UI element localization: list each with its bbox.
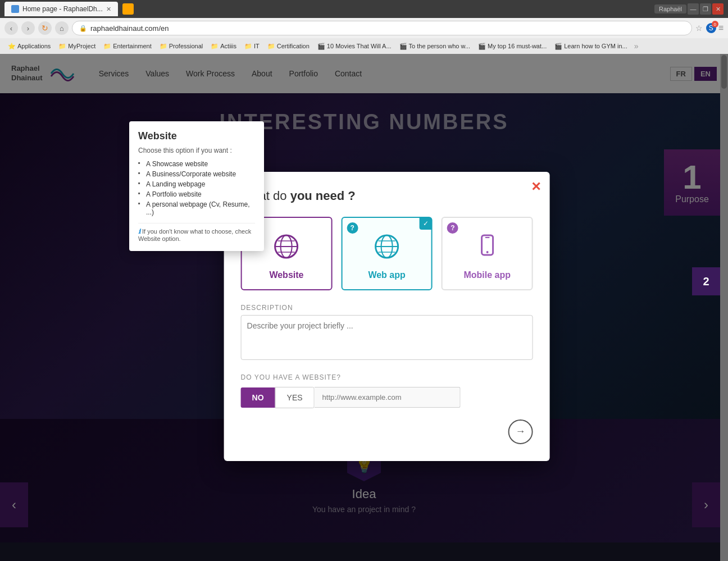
webapp-check-icon: ✓ [420,217,432,229]
url-input[interactable] [315,387,461,408]
modal-question: What do you need ? [241,188,533,203]
entertainment-label: Entertainment [113,43,151,49]
bookmark-movies1[interactable]: 🎬 10 Movies That Will A... [314,42,395,51]
home-btn[interactable]: ⌂ [55,21,69,35]
tooltip-item-2: A Landing webpage [138,179,255,189]
folder-icon-5: 📁 [244,43,252,50]
video-icon-1: 🎬 [317,43,325,50]
mobileapp-help-btn[interactable]: ? [447,222,458,233]
window-controls: Raphaël — ❐ ✕ [654,3,724,15]
bookmark-applications[interactable]: ⭐ Applications [4,42,54,51]
yes-no-row: NO YES [241,386,533,408]
tab-close-btn[interactable]: ✕ [106,6,111,13]
bookmark-movies2[interactable]: 🎬 To the person who w... [396,42,474,51]
tooltip-subtitle: Choose this option if you want : [138,147,255,154]
video-icon-3: 🎬 [478,43,486,50]
it-label: IT [254,43,260,49]
webapp-icon [351,232,422,265]
url-display: raphaeldhainaut.com/en [90,24,169,33]
actiris-label: Actiiis [220,43,236,49]
browser-tab[interactable]: Home page - RaphaelDh... ✕ [4,2,118,16]
bookmark-btn[interactable]: ☆ [695,24,703,33]
page-num-badge: 2 [692,267,720,295]
tooltip-note: ℹ If you don't know what to choose, chec… [138,223,255,242]
extension-count: 0 [712,21,718,28]
website-question-label: Do you have a Website? [241,373,533,381]
card-mobileapp[interactable]: ? Mobile app [442,216,533,290]
movies3-label: My top 16 must-wat... [488,43,547,49]
tab-title: Home page - RaphaelDh... [22,5,103,13]
nav-right: S 0 ≡ [706,23,724,33]
website-card-label: Website [251,270,322,280]
folder-icon-6: 📁 [267,43,275,50]
extension-badge[interactable]: S 0 [706,23,716,33]
video-icon-4: 🎬 [554,43,562,50]
close-btn[interactable]: ✕ [712,3,724,15]
more-bookmarks-btn[interactable]: » [634,42,639,51]
tooltip-note-text: If you don't know what to choose, check … [138,228,251,242]
bookmark-gym[interactable]: 🎬 Learn how to GYM in... [551,42,631,51]
webapp-card-label: Web app [351,270,422,280]
bookmark-movies3[interactable]: 🎬 My top 16 must-wat... [475,42,550,51]
modal-footer: → [241,419,533,444]
bookmark-entertainment[interactable]: 📁 Entertainment [100,42,154,51]
gym-label: Learn how to GYM in... [564,43,627,49]
mobileapp-card-label: Mobile app [452,270,523,280]
bookmark-professional[interactable]: 📁 Professional [156,42,207,51]
user-label: Raphaël [654,4,686,13]
tooltip-item-4: A personal webpage (Cv, Resume, ...) [138,199,255,217]
bookmarks-bar: ⭐ Applications 📁 MyProject 📁 Entertainme… [0,38,728,54]
cert-label: Certification [277,43,310,49]
tooltip-item-0: A Showcase website [138,159,255,169]
forward-btn[interactable]: › [21,21,35,35]
lock-icon: 🔒 [79,25,87,32]
folder-icon-1: 📁 [58,43,66,50]
menu-btn[interactable]: ≡ [718,23,724,33]
no-button[interactable]: NO [241,387,275,407]
tooltip-item-3: A Portfolio website [138,189,255,199]
website-tooltip: Website Choose this option if you want :… [129,121,264,251]
refresh-btn[interactable]: ↻ [38,21,52,35]
nav-bar: ‹ › ↻ ⌂ 🔒 raphaeldhainaut.com/en ☆ S 0 ≡ [0,18,728,38]
svg-point-12 [486,250,488,253]
description-label: Description [241,303,533,311]
video-icon-2: 🎬 [399,43,407,50]
restore-btn[interactable]: ❐ [700,3,711,15]
professional-label: Professional [169,43,203,49]
minimize-btn[interactable]: — [688,3,699,15]
next-button[interactable]: → [508,419,533,444]
movies1-label: 10 Movies That Will A... [327,43,392,49]
page-content: RaphaelDhainaut Services Values Work Pro… [0,54,728,561]
tooltip-title: Website [138,130,255,142]
tooltip-list: A Showcase website A Business/Corporate … [138,159,255,217]
bookmark-actiris[interactable]: 📁 Actiiis [207,42,240,51]
address-bar[interactable]: 🔒 raphaeldhainaut.com/en [72,21,692,35]
movies2-label: To the person who w... [409,43,470,49]
card-webapp[interactable]: ? ✓ Web app [341,216,433,290]
tooltip-item-1: A Business/Corporate website [138,169,255,179]
title-bar: Home page - RaphaelDh... ✕ Raphaël — ❐ ✕ [0,0,728,18]
mobile-icon [452,232,523,265]
folder-icon-4: 📁 [211,43,219,50]
yes-button[interactable]: YES [275,386,315,408]
apps-icon: ⭐ [8,43,16,50]
bookmark-it[interactable]: 📁 IT [241,42,263,51]
browser-chrome: Home page - RaphaelDh... ✕ Raphaël — ❐ ✕… [0,0,728,54]
cards-row: ? Website ? ✓ [241,216,533,290]
tab-favicon [11,5,19,13]
myproject-label: MyProject [68,43,95,49]
back-btn[interactable]: ‹ [4,21,18,35]
apps-label: Applications [17,43,51,49]
description-textarea[interactable] [241,314,533,359]
bookmark-myproject[interactable]: 📁 MyProject [55,42,99,51]
folder-icon-3: 📁 [160,43,167,50]
webapp-help-btn[interactable]: ? [347,222,358,233]
modal-dialog: ✕ What do you need ? ? Website [224,171,550,460]
bookmark-certification[interactable]: 📁 Certification [264,42,313,51]
modal-close-btn[interactable]: ✕ [531,179,541,194]
folder-icon-2: 📁 [103,43,111,50]
info-icon: ℹ [138,228,140,235]
new-tab-btn[interactable] [122,3,134,15]
